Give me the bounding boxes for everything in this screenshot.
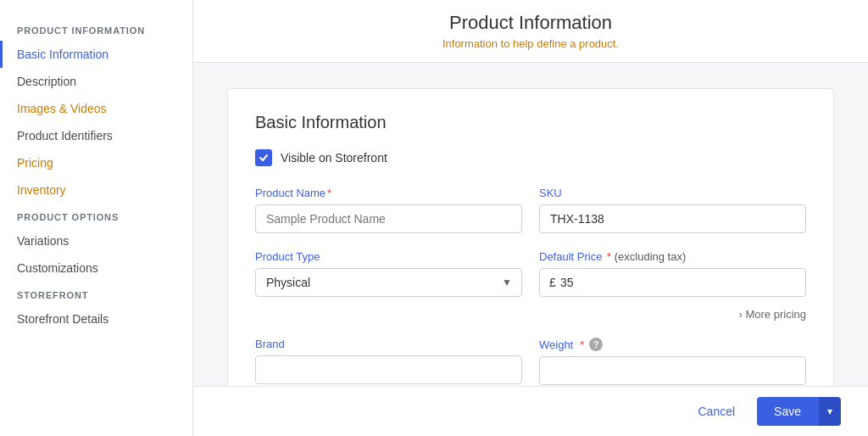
- sku-group: SKU: [539, 187, 806, 233]
- save-dropdown-button[interactable]: ▾: [818, 397, 841, 426]
- basic-information-card: Basic Information Visible on Storefront …: [227, 88, 834, 386]
- sidebar-item-images-videos[interactable]: Images & Videos: [0, 95, 192, 122]
- product-name-group: Product Name*: [255, 187, 522, 233]
- product-name-label: Product Name*: [255, 187, 522, 199]
- price-prefix: £: [549, 276, 556, 289]
- visible-storefront-label: Visible on Storefront: [281, 151, 387, 165]
- visible-storefront-checkbox[interactable]: [255, 149, 272, 166]
- product-type-label: Product Type: [255, 250, 522, 263]
- product-type-select-wrapper: Physical Digital ▼: [255, 268, 522, 297]
- page-title: Product Information: [227, 12, 834, 34]
- brand-weight-row: Brand Weight* ?: [255, 338, 806, 385]
- sidebar-item-variations[interactable]: Variations: [0, 227, 192, 254]
- brand-label: Brand: [255, 338, 522, 350]
- sidebar-item-customizations[interactable]: Customizations: [0, 254, 192, 282]
- brand-group: Brand: [255, 338, 522, 385]
- page-subtitle: Information to help define a product.: [227, 37, 834, 50]
- sidebar-section-product-options: PRODUCT OPTIONS: [0, 204, 192, 227]
- more-pricing-container: › More pricing: [539, 307, 806, 321]
- sidebar: PRODUCT INFORMATION Basic Information De…: [0, 0, 193, 436]
- main-area: Product Information Information to help …: [193, 0, 868, 436]
- section-title: Basic Information: [255, 113, 806, 132]
- product-name-sku-row: Product Name* SKU: [255, 187, 806, 233]
- sidebar-item-pricing[interactable]: Pricing: [0, 149, 192, 176]
- cancel-button[interactable]: Cancel: [684, 398, 748, 425]
- save-button[interactable]: Save: [757, 397, 818, 426]
- product-type-group: Product Type Physical Digital ▼: [255, 250, 522, 321]
- sidebar-item-description[interactable]: Description: [0, 68, 192, 95]
- sidebar-section-product-information: PRODUCT INFORMATION: [0, 17, 192, 41]
- sidebar-item-inventory[interactable]: Inventory: [0, 176, 192, 204]
- visible-storefront-row: Visible on Storefront: [255, 149, 806, 166]
- sidebar-item-product-identifiers[interactable]: Product Identifiers: [0, 122, 192, 149]
- sidebar-section-storefront: STOREFRONT: [0, 282, 192, 305]
- page-header: Product Information Information to help …: [193, 0, 868, 63]
- save-button-group: Save ▾: [757, 397, 841, 426]
- page-footer: Cancel Save ▾: [193, 386, 868, 436]
- default-price-label: Default Price * (excluding tax): [539, 250, 806, 263]
- sku-input[interactable]: [539, 204, 806, 233]
- default-price-input[interactable]: [539, 268, 806, 297]
- sku-label: SKU: [539, 187, 806, 199]
- sidebar-item-storefront-details[interactable]: Storefront Details: [0, 305, 192, 333]
- weight-input[interactable]: [539, 356, 806, 385]
- product-type-select[interactable]: Physical Digital: [255, 268, 522, 297]
- more-pricing-link[interactable]: › More pricing: [739, 308, 806, 321]
- default-price-group: Default Price * (excluding tax) £ › More…: [539, 250, 806, 321]
- price-input-wrapper: £: [539, 268, 806, 297]
- product-type-price-row: Product Type Physical Digital ▼ Default …: [255, 250, 806, 321]
- brand-input[interactable]: [255, 355, 522, 384]
- product-name-input[interactable]: [255, 204, 522, 233]
- page-content: Basic Information Visible on Storefront …: [193, 63, 868, 386]
- sidebar-item-basic-information[interactable]: Basic Information: [0, 41, 192, 68]
- weight-help-icon[interactable]: ?: [589, 338, 603, 351]
- weight-label: Weight* ?: [539, 338, 806, 351]
- weight-group: Weight* ?: [539, 338, 806, 385]
